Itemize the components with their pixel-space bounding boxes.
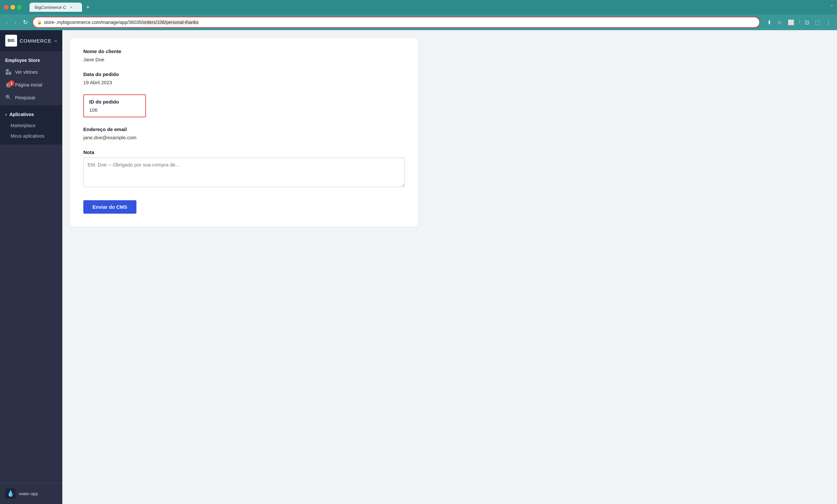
new-tab-button[interactable]: + bbox=[83, 3, 92, 12]
cast-icon[interactable]: ⊡ bbox=[803, 18, 811, 27]
logo-area: BIG COMMERCE bbox=[5, 35, 52, 46]
address-bar[interactable]: 🔒 store-.mybigcommerce.com/manage/app/36… bbox=[33, 17, 760, 28]
nota-label: Nota bbox=[83, 149, 405, 155]
notification-badge: 2 bbox=[8, 80, 14, 86]
close-button[interactable] bbox=[4, 5, 8, 10]
order-date-section: Data do pedido 19 Abril 2023 bbox=[83, 71, 405, 85]
sidebar-section-title: Employee Store bbox=[0, 51, 62, 66]
refresh-button[interactable]: ↻ bbox=[21, 17, 30, 27]
extensions-icon[interactable]: ⬜ bbox=[786, 18, 796, 27]
water-app-icon: 💧 bbox=[5, 488, 16, 499]
nota-section: Nota bbox=[83, 149, 405, 188]
nota-textarea[interactable] bbox=[83, 157, 405, 187]
email-value: jane.doe@example.com bbox=[83, 135, 405, 140]
forward-button[interactable]: › bbox=[13, 18, 18, 27]
logo-icon: BIG bbox=[5, 35, 17, 46]
sidebar: BIG COMMERCE « Employee Store 🏪 Ver vitr… bbox=[0, 30, 62, 504]
tab-close-icon[interactable]: × bbox=[69, 5, 74, 10]
aplicativos-label: Aplicativos bbox=[10, 112, 34, 117]
order-date-value: 19 Abril 2023 bbox=[83, 80, 405, 85]
order-date-label: Data do pedido bbox=[83, 71, 405, 77]
sidebar-item-label: Ver vitrines bbox=[15, 70, 38, 75]
active-tab[interactable]: BigCommerce C × bbox=[30, 3, 82, 12]
back-button[interactable]: ‹ bbox=[4, 18, 10, 27]
order-id-box: ID do pedido 106 bbox=[83, 94, 146, 117]
store-icon: 🏪 bbox=[5, 69, 12, 75]
order-id-section: ID do pedido 106 bbox=[83, 94, 405, 117]
sidebar-item-label: Pesquisar bbox=[15, 95, 35, 100]
search-icon: 🔍 bbox=[5, 94, 12, 100]
minimize-button[interactable] bbox=[11, 5, 15, 10]
tab-title: BigCommerce C bbox=[35, 5, 66, 10]
share-icon[interactable]: ⬆ bbox=[765, 18, 773, 27]
profile-icon[interactable]: ⬚ bbox=[813, 18, 822, 27]
lock-icon: 🔒 bbox=[37, 20, 42, 24]
window-controls bbox=[4, 5, 22, 10]
sidebar-item-meus-aplicativos[interactable]: Meus aplicativos bbox=[0, 131, 62, 141]
order-id-value: 106 bbox=[89, 107, 119, 113]
toolbar-icons: ⬆ ☆ ⬜ | ⊡ ⬚ ⋮ bbox=[765, 18, 833, 27]
browser-titlebar: BigCommerce C × + ˅ bbox=[0, 0, 837, 14]
aplicativos-chevron-icon: ‹ bbox=[5, 112, 7, 117]
browser-toolbar: ‹ › ↻ 🔒 store-.mybigcommerce.com/manage/… bbox=[0, 14, 837, 30]
sidebar-header: BIG COMMERCE « bbox=[0, 30, 62, 51]
menu-icon[interactable]: ⋮ bbox=[824, 18, 833, 27]
water-app-label: water-app bbox=[19, 491, 38, 496]
customer-name-value: Jane Doe bbox=[83, 57, 405, 62]
sidebar-collapse-button[interactable]: « bbox=[54, 38, 57, 43]
main-content: Nome do cliente Jane Doe Data do pedido … bbox=[62, 30, 837, 504]
divider: | bbox=[799, 18, 800, 27]
browser-tabs: BigCommerce C × + bbox=[30, 3, 828, 12]
aplicativos-header[interactable]: ‹ Aplicativos bbox=[0, 109, 62, 120]
browser-chevron-icon[interactable]: ˅ bbox=[831, 5, 833, 10]
logo-text: COMMERCE bbox=[20, 38, 52, 43]
aplicativos-section: ‹ Aplicativos Marketplace Meus aplicativ… bbox=[0, 105, 62, 145]
sidebar-item-label: Página inicial bbox=[15, 82, 42, 88]
email-label: Endereço de email bbox=[83, 127, 405, 132]
bookmark-icon[interactable]: ☆ bbox=[775, 18, 784, 27]
meus-aplicativos-label: Meus aplicativos bbox=[11, 133, 44, 138]
sidebar-item-ver-vitrines[interactable]: 🏪 Ver vitrines bbox=[0, 66, 62, 78]
content-card: Nome do cliente Jane Doe Data do pedido … bbox=[70, 38, 418, 227]
address-text: store-.mybigcommerce.com/manage/app/3603… bbox=[44, 20, 755, 25]
order-id-label: ID do pedido bbox=[89, 99, 119, 105]
marketplace-label: Marketplace bbox=[11, 123, 35, 128]
sidebar-item-pesquisar[interactable]: 🔍 Pesquisar bbox=[0, 91, 62, 104]
app-layout: BIG COMMERCE « Employee Store 🏪 Ver vitr… bbox=[0, 30, 837, 504]
send-cms-button[interactable]: Enviar do CMS bbox=[83, 200, 137, 214]
sidebar-item-pagina-inicial[interactable]: 🏠 2 Página inicial bbox=[0, 78, 62, 91]
email-section: Endereço de email jane.doe@example.com bbox=[83, 127, 405, 140]
maximize-button[interactable] bbox=[17, 5, 22, 10]
customer-name-section: Nome do cliente Jane Doe bbox=[83, 49, 405, 62]
sidebar-footer: 💧 water-app bbox=[0, 483, 62, 504]
sidebar-item-marketplace[interactable]: Marketplace bbox=[0, 120, 62, 131]
customer-name-label: Nome do cliente bbox=[83, 49, 405, 54]
